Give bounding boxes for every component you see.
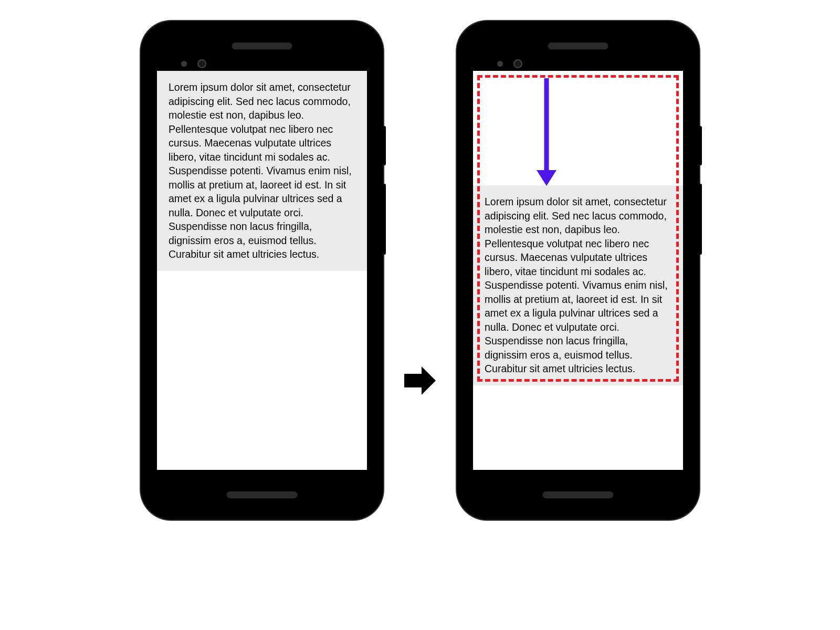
phone-frame-left: Lorem ipsum dolor sit amet, consectetur … [150,30,374,511]
sensor-cluster [181,59,206,68]
volume-button-icon [383,184,386,255]
speaker-bottom-icon [227,491,298,498]
phone-frame-right: Lorem ipsum dolor sit amet, consectetur … [466,30,690,511]
sensor-dot-icon [497,61,503,67]
sensor-dot-icon [181,61,187,67]
screen-right: Lorem ipsum dolor sit amet, consectetur … [473,71,683,470]
text-content-left: Lorem ipsum dolor sit amet, consectetur … [157,71,367,271]
sensor-cluster [497,59,522,68]
diagram-container: Lorem ipsum dolor sit amet, consectetur … [141,21,699,520]
speaker-bottom-icon [543,491,614,498]
phone-left: Lorem ipsum dolor sit amet, consectetur … [141,21,383,520]
camera-dot-icon [197,59,206,68]
phone-right: Lorem ipsum dolor sit amet, consectetur … [457,21,699,520]
volume-button-icon [699,184,702,255]
text-content-right: Lorem ipsum dolor sit amet, consectetur … [473,185,683,385]
screen-left: Lorem ipsum dolor sit amet, consectetur … [157,71,367,470]
speaker-top-icon [548,43,608,49]
power-button-icon [383,126,386,165]
transition-arrow-icon [402,362,438,399]
power-button-icon [699,126,702,165]
camera-dot-icon [513,59,522,68]
scroll-down-arrow-icon [533,78,560,191]
speaker-top-icon [232,43,292,49]
